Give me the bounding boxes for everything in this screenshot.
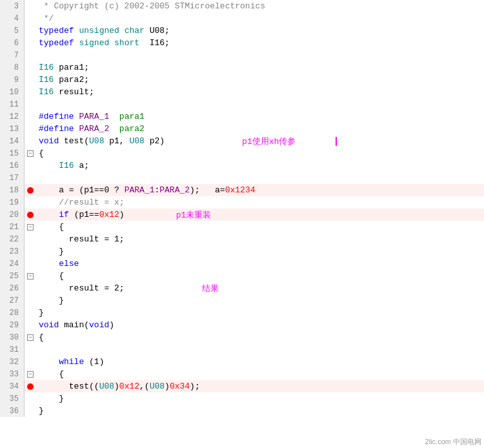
code: } bbox=[39, 394, 64, 403]
gutter-15: − bbox=[25, 150, 36, 157]
line-num-5: 5 bbox=[0, 25, 25, 37]
line-num-12: 12 bbox=[0, 110, 25, 123]
line-content-32: while (1) bbox=[36, 357, 484, 367]
type: I16 bbox=[59, 161, 74, 170]
line-num-27: 27 bbox=[0, 294, 25, 307]
macro-name: PARA_1 bbox=[79, 112, 109, 121]
gutter-34 bbox=[25, 383, 36, 390]
code: a; bbox=[74, 161, 89, 170]
code-line-35: 35 } bbox=[0, 392, 484, 405]
line-num-6: 6 bbox=[0, 37, 25, 49]
line-content-10: I16 result; bbox=[36, 87, 484, 97]
line-num-11: 11 bbox=[0, 98, 25, 110]
line-num-17: 17 bbox=[0, 172, 25, 184]
line-num-34: 34 bbox=[0, 380, 25, 392]
code: ) bbox=[165, 382, 170, 391]
code-line-29: 29 void main(void) bbox=[0, 319, 484, 331]
code-line-24: 24 else bbox=[0, 258, 484, 270]
code: ,( bbox=[139, 382, 150, 391]
annotation-14: p1使用xh传参 bbox=[242, 136, 296, 147]
macro-val: para1 bbox=[119, 112, 145, 121]
code-line-33: 33 − { bbox=[0, 368, 484, 380]
annotation-26: 结果 bbox=[202, 283, 219, 294]
line-content-20: if (p1==0x12) p1未重装 bbox=[36, 209, 484, 221]
code-line-34: 34 test((U08)0x12,(U08)0x34); bbox=[0, 380, 484, 392]
code: } bbox=[39, 247, 64, 256]
code-line-6: 6 typedef signed short I16; bbox=[0, 37, 484, 49]
code: para1; bbox=[59, 63, 89, 72]
line-content-4: */ bbox=[36, 14, 484, 23]
line-num-19: 19 bbox=[0, 196, 25, 209]
line-num-20: 20 bbox=[0, 209, 25, 221]
line-content-14: void test(U08 p1, U08 p2) p1使用xh传参 bbox=[36, 136, 484, 147]
cursor bbox=[336, 137, 337, 146]
keyword: #define bbox=[39, 112, 79, 121]
line-num-22: 22 bbox=[0, 233, 25, 245]
code-line-15: 15 − { bbox=[0, 147, 484, 159]
line-content-35: } bbox=[36, 394, 484, 403]
line-num-15: 15 bbox=[0, 147, 25, 159]
code-line-3: 3 * Copyright (c) 2002-2005 STMicroelect… bbox=[0, 0, 484, 12]
keyword: typedef bbox=[39, 26, 79, 36]
code bbox=[39, 357, 59, 367]
code-line-32: 32 while (1) bbox=[0, 356, 484, 368]
code-line-16: 16 I16 a; bbox=[0, 159, 484, 172]
keyword: while bbox=[59, 357, 84, 367]
fold-icon-30[interactable]: − bbox=[27, 334, 34, 341]
line-content-34: test((U08)0x12,(U08)0x34); bbox=[36, 382, 484, 391]
code-line-5: 5 typedef unsigned char U08; bbox=[0, 25, 484, 37]
comment-text: //result = x; bbox=[39, 198, 125, 207]
code-line-27: 27 } bbox=[0, 294, 484, 307]
code-line-17: 17 bbox=[0, 172, 484, 184]
line-num-10: 10 bbox=[0, 86, 25, 98]
code: U08; bbox=[150, 26, 170, 36]
line-content-5: typedef unsigned char U08; bbox=[36, 26, 484, 36]
line-content-18: a = (p1==0 ? PARA_1:PARA_2); a=0x1234 bbox=[36, 185, 484, 195]
hex-val: 0x34 bbox=[170, 382, 190, 391]
code: ) bbox=[114, 382, 119, 391]
fold-icon-21[interactable]: − bbox=[27, 224, 34, 230]
code bbox=[39, 210, 59, 219]
line-num-3: 3 bbox=[0, 0, 25, 12]
line-content-12: #define PARA_1 para1 bbox=[36, 112, 484, 121]
line-num-33: 33 bbox=[0, 368, 25, 380]
line-num-18: 18 bbox=[0, 184, 25, 196]
line-num-30: 30 bbox=[0, 331, 25, 343]
line-num-21: 21 bbox=[0, 221, 25, 233]
fold-icon-15[interactable]: − bbox=[27, 150, 34, 157]
line-num-32: 32 bbox=[0, 356, 25, 368]
line-num-24: 24 bbox=[0, 258, 25, 270]
code-line-22: 22 result = 1; bbox=[0, 233, 484, 245]
code: } bbox=[39, 308, 44, 318]
code-line-10: 10 I16 result; bbox=[0, 86, 484, 98]
code-editor: 3 * Copyright (c) 2002-2005 STMicroelect… bbox=[0, 0, 484, 448]
code: result = 1; bbox=[39, 234, 125, 244]
code: para2; bbox=[59, 75, 89, 85]
line-content-27: } bbox=[36, 296, 484, 305]
fold-icon-25[interactable]: − bbox=[27, 273, 34, 280]
macro-val: para2 bbox=[119, 124, 145, 134]
comment-text: * Copyright (c) 2002-2005 STMicroelectro… bbox=[39, 1, 265, 11]
keyword: #define bbox=[39, 124, 79, 134]
code: test( bbox=[64, 136, 89, 146]
breakpoint-34 bbox=[27, 383, 34, 390]
line-content-16: I16 a; bbox=[36, 161, 484, 170]
code: { bbox=[39, 332, 44, 342]
line-num-7: 7 bbox=[0, 49, 25, 61]
code: result = 2; bbox=[39, 283, 125, 293]
code-line-21: 21 − { bbox=[0, 221, 484, 233]
line-content-3: * Copyright (c) 2002-2005 STMicroelectro… bbox=[36, 1, 484, 11]
hex-val: 0x1234 bbox=[225, 185, 256, 195]
fold-icon-33[interactable]: − bbox=[27, 371, 34, 378]
line-num-31: 31 bbox=[0, 343, 25, 356]
line-num-23: 23 bbox=[0, 245, 25, 258]
line-num-28: 28 bbox=[0, 307, 25, 319]
type: I16 bbox=[39, 87, 59, 97]
gutter-21: − bbox=[25, 224, 36, 230]
line-num-25: 25 bbox=[0, 270, 25, 282]
line-content-15: { bbox=[36, 148, 484, 158]
code: ); bbox=[190, 382, 200, 391]
line-content-19: //result = x; bbox=[36, 198, 484, 207]
code-line-28: 28 } bbox=[0, 307, 484, 319]
keyword: else bbox=[39, 259, 79, 269]
